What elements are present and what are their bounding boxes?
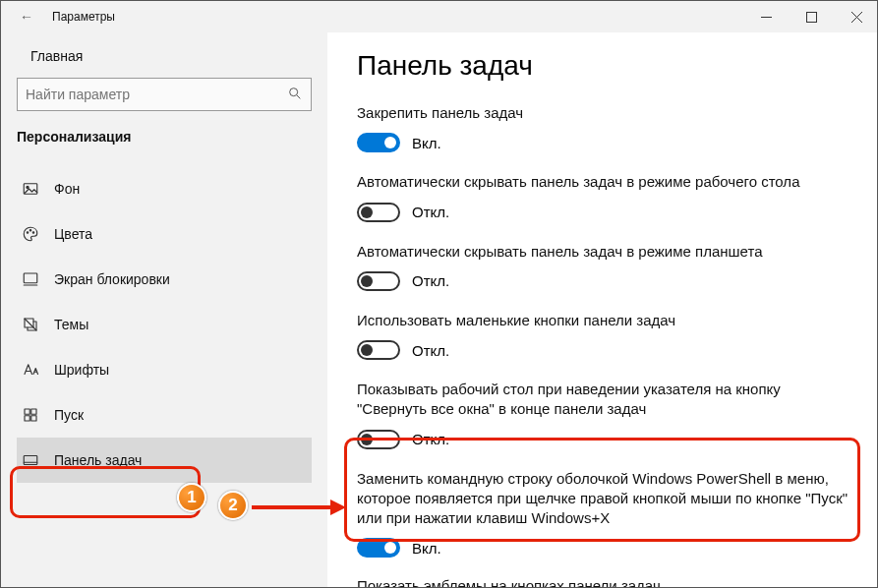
toggle-state: Откл.: [412, 204, 449, 220]
svg-rect-15: [31, 409, 36, 414]
sidebar-section-header: Персонализация: [17, 129, 312, 145]
search-field[interactable]: [26, 87, 287, 102]
sidebar-item-label: Главная: [30, 48, 83, 64]
svg-rect-14: [25, 409, 29, 414]
svg-rect-16: [25, 416, 29, 421]
setting-label: Показывать рабочий стол при наведении ук…: [357, 380, 849, 420]
start-icon: [21, 405, 40, 425]
sidebar-item-lockscreen[interactable]: Экран блокировки: [17, 257, 312, 302]
sidebar-item-fonts[interactable]: Шрифты: [17, 347, 312, 392]
sidebar-item-start[interactable]: Пуск: [17, 392, 312, 438]
maximize-button[interactable]: [789, 1, 834, 32]
search-input[interactable]: [17, 78, 312, 111]
setting-small-buttons: Использовать маленькие кнопки панели зад…: [357, 311, 849, 360]
svg-rect-18: [24, 456, 37, 465]
sidebar-item-label: Экран блокировки: [54, 271, 170, 287]
toggle-state: Вкл.: [412, 135, 441, 151]
sidebar-item-label: Шрифты: [54, 362, 109, 378]
toggle-state: Вкл.: [412, 540, 441, 557]
toggle-autohide-tablet[interactable]: [357, 271, 400, 291]
sidebar-item-label: Темы: [54, 317, 88, 332]
sidebar-item-label: Цвета: [54, 226, 92, 242]
sidebar-item-themes[interactable]: Темы: [17, 302, 312, 347]
svg-point-8: [27, 232, 29, 234]
setting-label: Закрепить панель задач: [357, 103, 849, 123]
sidebar-item-label: Пуск: [54, 407, 84, 423]
toggle-lock-taskbar[interactable]: [357, 133, 400, 152]
svg-rect-1: [806, 12, 816, 22]
setting-autohide-tablet: Автоматически скрывать панель задач в ре…: [357, 242, 849, 291]
sidebar-item-home[interactable]: Главная: [17, 42, 312, 78]
lockscreen-icon: [21, 269, 40, 289]
svg-point-10: [32, 232, 34, 234]
toggle-autohide-desktop[interactable]: [357, 203, 400, 222]
sidebar-item-colors[interactable]: Цвета: [17, 211, 312, 257]
titlebar: ← Параметры: [1, 1, 878, 32]
svg-rect-17: [31, 416, 36, 421]
svg-rect-11: [24, 273, 37, 283]
window-title: Параметры: [52, 10, 115, 24]
back-button[interactable]: ←: [15, 9, 38, 25]
sidebar-item-taskbar[interactable]: Панель задач: [17, 438, 312, 483]
sidebar: Главная Персонализация Фон Цвета Экран б…: [1, 32, 327, 588]
taskbar-icon: [21, 450, 40, 470]
toggle-peek-desktop[interactable]: [357, 430, 400, 449]
sidebar-item-label: Фон: [54, 181, 80, 197]
svg-line-5: [297, 95, 300, 98]
themes-icon: [21, 315, 40, 334]
close-button[interactable]: [834, 1, 878, 32]
partial-setting-label: Показать эмблемы на кнопках панели задач: [357, 577, 849, 588]
setting-label: Заменить командную строку оболочкой Wind…: [357, 469, 849, 529]
svg-point-9: [29, 230, 31, 232]
fonts-icon: [21, 360, 40, 380]
main-panel: Панель задач Закрепить панель задач Вкл.…: [327, 32, 878, 588]
sidebar-item-label: Панель задач: [54, 452, 142, 468]
toggle-state: Откл.: [412, 342, 449, 359]
setting-powershell: Заменить командную строку оболочкой Wind…: [357, 469, 849, 559]
image-icon: [21, 179, 40, 199]
minimize-button[interactable]: [743, 1, 789, 32]
setting-label: Использовать маленькие кнопки панели зад…: [357, 311, 849, 330]
setting-autohide-desktop: Автоматически скрывать панель задач в ре…: [357, 172, 849, 221]
toggle-state: Откл.: [412, 431, 449, 447]
setting-label: Автоматически скрывать панель задач в ре…: [357, 242, 849, 262]
search-icon: [287, 86, 303, 104]
setting-label: Автоматически скрывать панель задач в ре…: [357, 172, 849, 192]
setting-peek-desktop: Показывать рабочий стол при наведении ук…: [357, 380, 849, 449]
setting-lock-taskbar: Закрепить панель задач Вкл.: [357, 103, 849, 152]
sidebar-item-background[interactable]: Фон: [17, 166, 312, 211]
svg-point-4: [290, 88, 298, 95]
toggle-powershell[interactable]: [357, 538, 400, 558]
svg-point-7: [27, 186, 29, 188]
toggle-small-buttons[interactable]: [357, 340, 400, 360]
toggle-state: Откл.: [412, 272, 449, 289]
palette-icon: [21, 224, 40, 244]
page-title: Панель задач: [357, 50, 849, 82]
window-controls: [743, 1, 878, 32]
